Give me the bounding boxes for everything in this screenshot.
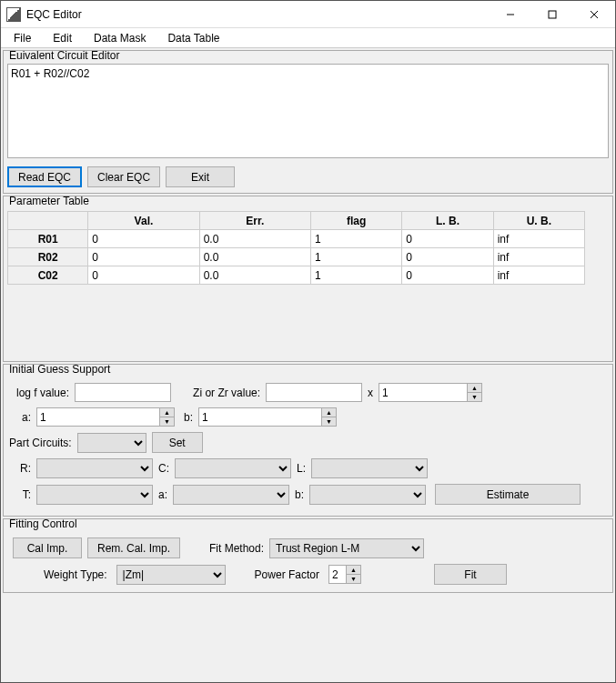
fit-method-label: Fit Method: [209,542,264,555]
row-name: R02 [8,248,88,266]
a-input[interactable] [36,407,160,427]
menu-edit[interactable]: Edit [45,30,79,46]
b-input[interactable] [198,407,322,427]
svg-rect-1 [549,11,556,18]
cell-val[interactable]: 0 [88,230,199,248]
cell-flag[interactable]: 1 [311,230,402,248]
x-input[interactable] [379,383,468,402]
cell-lb[interactable]: 0 [402,230,493,248]
b-spinner[interactable]: ▲▼ [322,407,337,427]
parameter-table[interactable]: Val. Err. flag L. B. U. B. R0100.010infR… [7,211,585,285]
eqc-editor-window: EQC Editor File Edit Data Mask Data Tabl… [0,0,616,683]
row-name: C02 [8,266,88,285]
menu-data-mask[interactable]: Data Mask [86,30,153,46]
minimize-button[interactable] [490,1,531,28]
power-factor-input[interactable] [328,565,347,584]
l-label: L: [297,462,306,475]
eqc-section-title: Euivalent Circuit Editor [7,49,609,62]
table-row[interactable]: R0100.010inf [8,230,585,248]
read-eqc-button[interactable]: Read EQC [7,166,82,187]
table-corner [8,212,88,230]
logf-input[interactable] [75,383,171,402]
part-circuits-select[interactable] [77,433,146,453]
table-row[interactable]: C0200.010inf [8,266,585,285]
part-circuits-label: Part Circuits: [9,437,72,449]
cell-lb[interactable]: 0 [402,248,493,266]
col-lb: L. B. [402,212,493,230]
menubar: File Edit Data Mask Data Table [1,28,615,48]
cell-val[interactable]: 0 [88,266,199,285]
titlebar: EQC Editor [1,1,615,28]
cell-val[interactable]: 0 [88,248,199,266]
fitting-section-title: Fitting Control [7,517,609,530]
window-controls [490,1,615,28]
window-title: EQC Editor [26,8,490,21]
eqc-section: Euivalent Circuit Editor R01 + R02//C02 … [3,50,613,194]
b2-select[interactable] [309,485,426,505]
cell-flag[interactable]: 1 [311,248,402,266]
exit-button[interactable]: Exit [166,166,235,187]
zi-input[interactable] [266,383,362,402]
a-spinner[interactable]: ▲▼ [160,407,175,427]
eqc-text-input[interactable]: R01 + R02//C02 [7,64,609,158]
x-spinner[interactable]: ▲▼ [468,383,482,402]
r-select[interactable] [36,458,153,478]
cell-err[interactable]: 0.0 [199,266,310,285]
cell-err[interactable]: 0.0 [199,230,310,248]
cell-err[interactable]: 0.0 [199,248,310,266]
cal-imp-button[interactable]: Cal Imp. [13,537,82,558]
app-icon [6,7,21,22]
menu-data-table[interactable]: Data Table [160,30,227,46]
cell-ub[interactable]: inf [493,248,584,266]
b2-label: b: [295,488,304,501]
rem-cal-imp-button[interactable]: Rem. Cal. Imp. [87,537,180,558]
clear-eqc-button[interactable]: Clear EQC [87,166,160,187]
a-label: a: [16,411,31,424]
set-button[interactable]: Set [152,432,203,453]
fitting-section: Fitting Control Cal Imp. Rem. Cal. Imp. … [3,518,613,593]
t-select[interactable] [36,485,153,505]
weight-type-label: Weight Type: [44,568,107,581]
a2-label: a: [158,488,167,501]
cell-ub[interactable]: inf [493,266,584,285]
col-ub: U. B. [493,212,584,230]
t-label: T: [16,488,31,501]
weight-type-select[interactable]: |Zm| [116,565,226,585]
guess-section: Initial Guess Support log f value: Zi or… [3,364,613,517]
maximize-button[interactable] [531,1,573,28]
fit-method-select[interactable]: Trust Region L-M [269,538,424,558]
power-factor-spinner[interactable]: ▲▼ [347,565,361,584]
c-label: C: [158,462,169,475]
menu-file[interactable]: File [6,30,38,46]
row-name: R01 [8,230,88,248]
l-select[interactable] [311,458,428,478]
estimate-button[interactable]: Estimate [435,484,581,505]
x-label: x [368,387,373,399]
r-label: R: [16,462,31,475]
col-err: Err. [199,212,310,230]
param-section-title: Parameter Table [7,195,609,207]
b-label: b: [184,411,193,424]
guess-section-title: Initial Guess Support [7,363,609,376]
col-val: Val. [88,212,199,230]
cell-lb[interactable]: 0 [402,266,493,285]
fit-button[interactable]: Fit [434,564,507,585]
power-factor-label: Power Factor [255,568,319,581]
logf-label: log f value: [16,387,69,399]
a2-select[interactable] [173,485,289,505]
cell-flag[interactable]: 1 [311,266,402,285]
cell-ub[interactable]: inf [493,230,584,248]
close-button[interactable] [573,1,615,28]
c-select[interactable] [175,458,291,478]
col-flag: flag [311,212,402,230]
param-section: Parameter Table Val. Err. flag L. B. U. … [3,196,613,362]
zi-label: Zi or Zr value: [193,387,260,399]
table-row[interactable]: R0200.010inf [8,248,585,266]
